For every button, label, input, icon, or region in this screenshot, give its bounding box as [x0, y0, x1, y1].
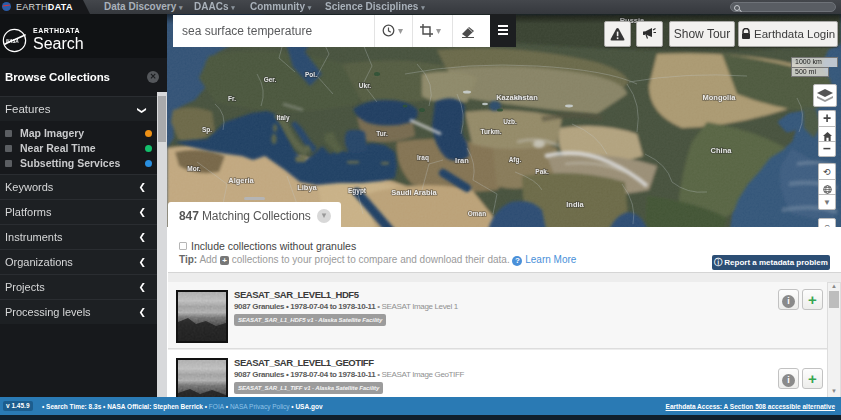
svg-text:NASA: NASA — [6, 39, 19, 44]
